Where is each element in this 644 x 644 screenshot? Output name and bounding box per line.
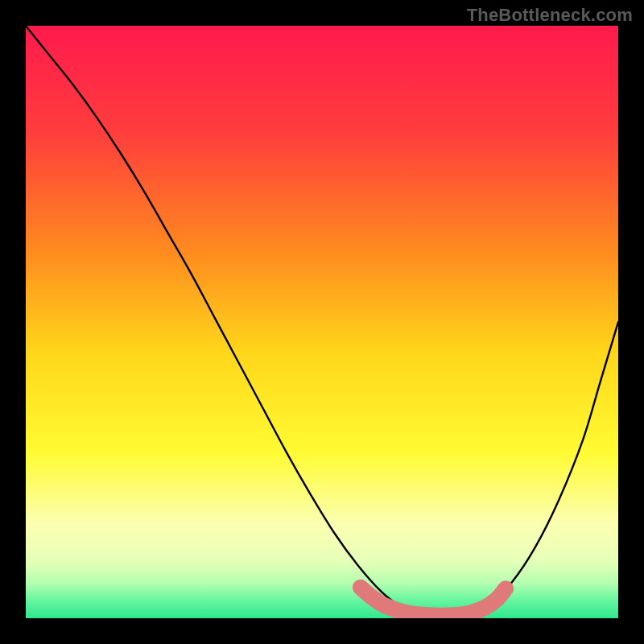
chart-svg [26,26,618,618]
overlay-sweet-spot-dot [353,580,368,595]
chart-frame: TheBottleneck.com [0,0,644,644]
chart-plot-area [26,26,618,618]
chart-background [26,26,618,618]
watermark-text: TheBottleneck.com [467,5,633,26]
overlay-sweet-spot-dot [365,590,380,605]
overlay-sweet-spot-dot [377,598,391,613]
